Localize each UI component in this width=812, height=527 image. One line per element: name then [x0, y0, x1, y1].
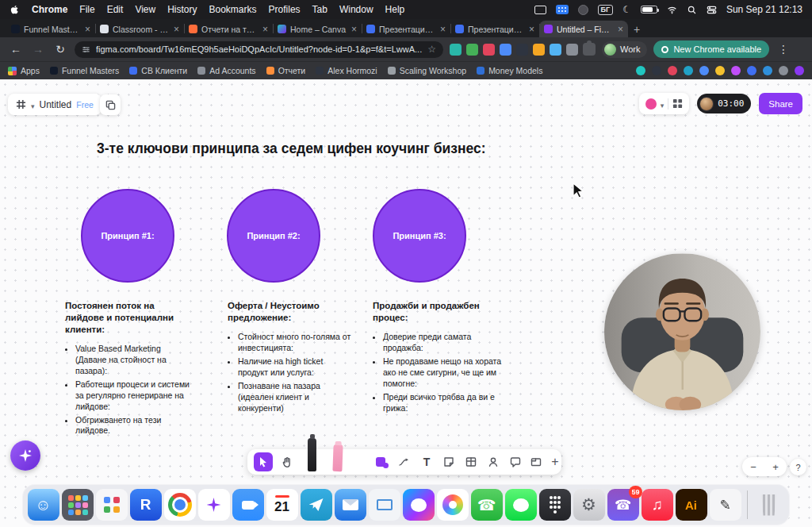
figjam-file-menu[interactable]: Untitled Free [8, 94, 102, 115]
mail-icon[interactable] [335, 489, 366, 521]
photos-icon[interactable] [437, 489, 469, 521]
section-tool[interactable] [527, 452, 546, 471]
bookmark-favicon[interactable] [731, 66, 741, 75]
telegram-icon[interactable] [301, 489, 332, 521]
focus-moon-icon[interactable] [622, 4, 631, 15]
tab-funnel-masters[interactable]: Funnel Masters [6, 21, 95, 37]
text-tool[interactable]: T [417, 452, 436, 471]
battery-icon[interactable] [641, 6, 657, 13]
tab-close-icon[interactable] [351, 24, 357, 35]
bookmark-reports[interactable]: Отчети [266, 66, 306, 75]
reload-button[interactable] [52, 41, 68, 57]
forward-button[interactable] [30, 41, 46, 57]
select-tool[interactable] [254, 452, 273, 471]
duplicate-board-button[interactable] [100, 94, 121, 115]
whatsapp-icon[interactable] [471, 489, 503, 521]
bookmark-money-models[interactable]: Money Models [477, 66, 542, 75]
messenger-icon[interactable] [403, 489, 435, 521]
cursor-color-dot[interactable] [645, 98, 657, 110]
connector-tool[interactable] [395, 452, 414, 471]
bookmark-star-icon[interactable] [427, 44, 436, 55]
extensions-puzzle-icon[interactable] [583, 43, 596, 56]
tab-close-icon[interactable] [618, 24, 623, 35]
extension-icon[interactable] [500, 44, 511, 56]
webcam-video-bubble[interactable] [604, 253, 760, 410]
highlighter-tool[interactable] [332, 444, 343, 471]
extension-icon[interactable] [566, 44, 578, 56]
apps-folder-icon[interactable] [96, 489, 128, 521]
viber-icon[interactable]: 59 [607, 489, 639, 521]
menu-edit[interactable]: Edit [107, 4, 124, 15]
menu-tab[interactable]: Tab [312, 4, 327, 15]
figma-app-icon[interactable] [198, 489, 230, 521]
menu-profiles[interactable]: Profiles [269, 4, 301, 15]
url-text[interactable]: figma.com/board/Tw16mEQ9h5aeHoiDQpAcIc/U… [96, 44, 422, 54]
bookmark-favicon[interactable] [684, 66, 693, 75]
bookmark-scaling-workshop[interactable]: Scaling Workshop [388, 66, 466, 75]
tab-presentation-1[interactable]: Презентация Тайн... [362, 21, 450, 37]
extension-icon[interactable] [450, 44, 462, 56]
bookmark-favicon[interactable] [795, 66, 804, 75]
zoom-app-icon[interactable] [232, 489, 264, 521]
bookmark-favicon[interactable] [699, 66, 709, 75]
bookmark-alex-hormozi[interactable]: Alex Hormozi [316, 66, 377, 75]
bookmark-favicon[interactable] [715, 66, 725, 75]
status-app-icon[interactable] [578, 5, 588, 15]
bookmark-sv-clients[interactable]: СВ Клиенти [129, 66, 187, 75]
table-tool[interactable] [462, 452, 481, 471]
bookmark-favicon[interactable] [779, 66, 788, 75]
zoom-out-button[interactable]: − [750, 461, 756, 473]
finder-icon[interactable] [28, 489, 59, 521]
chrome-icon[interactable] [164, 489, 196, 521]
new-tab-button[interactable] [628, 21, 645, 37]
apple-music-icon[interactable] [642, 489, 673, 521]
share-button[interactable]: Share [759, 93, 802, 114]
figjam-ai-button[interactable] [10, 440, 40, 471]
r-app-icon[interactable]: R [130, 489, 162, 521]
chrome-update-button[interactable]: New Chrome available [653, 40, 769, 58]
notes-pencil-icon[interactable] [710, 489, 741, 521]
screen-mirroring-icon[interactable] [534, 6, 546, 14]
keyboard-input-icon[interactable] [556, 5, 569, 14]
profile-chip[interactable]: Work [602, 41, 647, 58]
extension-icon[interactable] [533, 44, 545, 56]
extension-icon[interactable] [516, 44, 528, 56]
more-tools-button[interactable] [546, 452, 565, 471]
principle-column-3[interactable]: Продажби и продажбен процес: Доверие пре… [373, 300, 506, 417]
chrome-menu-button[interactable] [776, 41, 791, 57]
tab-close-icon[interactable] [174, 24, 179, 35]
keypad-app-icon[interactable] [539, 489, 571, 521]
menu-window[interactable]: Window [339, 4, 373, 15]
menu-help[interactable]: Help [385, 4, 405, 15]
menu-history[interactable]: History [167, 4, 197, 15]
extension-icon[interactable] [550, 44, 561, 56]
tab-canva[interactable]: Home – Canva [273, 21, 362, 37]
calendar-icon[interactable]: 21 [266, 489, 298, 521]
help-button[interactable]: ? [790, 459, 806, 475]
principle-circle-1[interactable]: Принцип #1: [81, 189, 174, 283]
extension-icon[interactable] [466, 44, 478, 56]
stamp-tool[interactable] [484, 452, 503, 471]
trash-icon[interactable] [753, 489, 785, 521]
wifi-icon[interactable] [667, 5, 677, 15]
apps-shortcut[interactable]: Apps [8, 66, 40, 75]
principle-circle-2[interactable]: Принцип #2: [227, 189, 320, 283]
bookmark-favicon[interactable] [747, 66, 756, 75]
zoom-in-button[interactable]: + [772, 461, 779, 473]
bookmark-funnel-masters[interactable]: Funnel Masters [50, 66, 119, 75]
session-timer[interactable]: 03:00 [697, 94, 751, 113]
launchpad-icon[interactable] [62, 489, 94, 521]
tab-close-icon[interactable] [440, 24, 446, 35]
chevron-down-icon[interactable] [661, 97, 665, 111]
menu-view[interactable]: View [135, 4, 155, 15]
site-settings-icon[interactable] [82, 45, 90, 54]
sticky-note-tool[interactable] [439, 452, 458, 471]
menu-file[interactable]: File [79, 4, 94, 15]
address-bar[interactable]: figma.com/board/Tw16mEQ9h5aeHoiDQpAcIc/U… [75, 41, 443, 58]
file-title[interactable]: Untitled [40, 99, 72, 110]
tab-close-icon[interactable] [85, 24, 90, 35]
principle-column-1[interactable]: Постоянен поток на лийдове и потенциални… [65, 300, 193, 439]
tab-close-icon[interactable] [529, 24, 534, 35]
hand-tool[interactable] [278, 452, 297, 471]
tab-close-icon[interactable] [262, 24, 268, 35]
